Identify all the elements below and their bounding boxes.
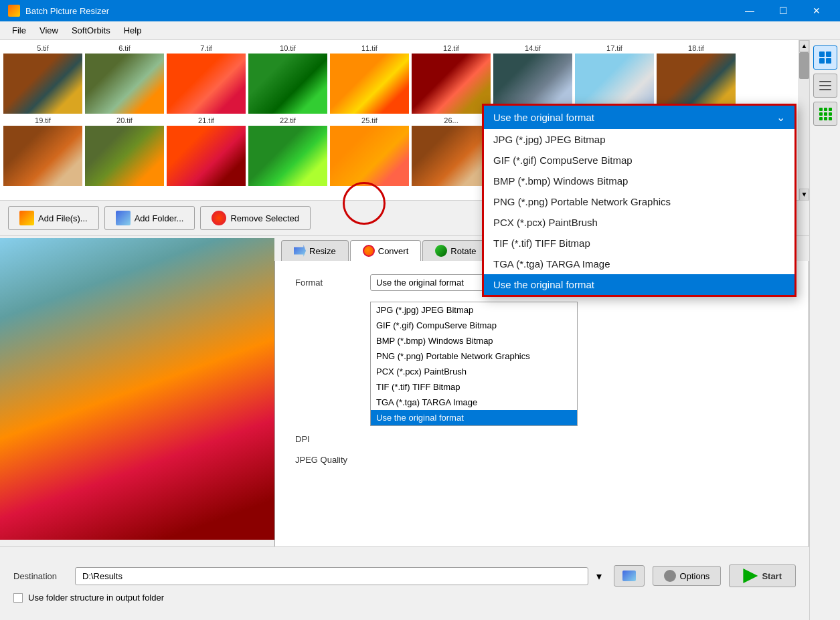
sidebar-thumbnail-view[interactable] [813, 45, 837, 70]
thumb-21tif[interactable]: 21.tif [166, 115, 246, 186]
thumb-20tif[interactable]: 20.tif [84, 115, 165, 186]
sidebar-list-view[interactable] [813, 74, 837, 98]
tab-rotate-label: Rotate [450, 246, 476, 256]
large-dropdown-item-original[interactable]: Use the original format [484, 274, 794, 295]
app-title: Batch Picture Resizer [25, 6, 109, 16]
jpeg-quality-field-row: JPEG Quality [295, 455, 788, 465]
start-button[interactable]: Start [729, 564, 796, 587]
svg-rect-7 [819, 108, 823, 111]
tab-resize-label: Resize [309, 246, 336, 256]
title-bar-left: Batch Picture Resizer [8, 5, 109, 17]
thumb-22tif[interactable]: 22.tif [248, 115, 328, 186]
scroll-up-arrow[interactable]: ▲ [799, 40, 809, 52]
thumb-25tif[interactable]: 25.tif [329, 115, 410, 186]
folder-structure-row: Use folder structure in output folder [13, 593, 796, 603]
svg-rect-8 [824, 108, 827, 111]
dropdown-item-gif[interactable]: GIF (*.gif) CompuServe Bitmap [371, 318, 577, 333]
options-button[interactable]: Options [653, 566, 722, 586]
add-folder-label: Add Folder... [135, 213, 184, 223]
thumb-26tif[interactable]: 26... [411, 115, 491, 186]
destination-label: Destination [13, 571, 67, 581]
dropdown-item-jpg[interactable]: JPG (*.jpg) JPEG Bitmap [371, 302, 577, 318]
folder-structure-checkbox[interactable] [13, 593, 23, 603]
format-dropdown-list: JPG (*.jpg) JPEG Bitmap GIF (*.gif) Comp… [370, 302, 578, 426]
svg-rect-5 [819, 85, 831, 86]
large-dropdown-selected: Use the original format [493, 112, 594, 123]
large-dropdown-item-bmp[interactable]: BMP (*.bmp) Windows Bitmap [484, 171, 794, 191]
dropdown-item-png[interactable]: PNG (*.png) Portable Network Graphics [371, 348, 577, 364]
tab-resize[interactable]: Resize [281, 240, 349, 261]
svg-rect-9 [829, 108, 832, 111]
menu-softorbits[interactable]: SoftOrbits [65, 24, 117, 37]
add-folder-icon [116, 211, 131, 225]
destination-input[interactable] [75, 567, 588, 585]
format-selected-value: Use the original format [376, 278, 464, 288]
dropdown-item-pcx[interactable]: PCX (*.pcx) PaintBrush [371, 364, 577, 379]
thumb-7tif[interactable]: 7.tif [166, 43, 246, 114]
menu-bar: File View SoftOrbits Help [0, 21, 840, 40]
folder-icon [622, 571, 636, 581]
sidebar-grid-view[interactable] [813, 102, 837, 126]
folder-structure-label: Use folder structure in output folder [28, 593, 164, 603]
thumb-5tif[interactable]: 5.tif [3, 43, 83, 114]
list-icon [819, 79, 832, 92]
scroll-down-arrow[interactable]: ▼ [799, 189, 809, 201]
thumb-12tif[interactable]: 12.tif [411, 43, 491, 114]
browse-folder-button[interactable] [614, 565, 645, 587]
large-dropdown-items: JPG (*.jpg) JPEG Bitmap GIF (*.gif) Comp… [484, 129, 794, 295]
tab-rotate[interactable]: Rotate [422, 240, 489, 261]
svg-rect-0 [819, 51, 825, 57]
dpi-label: DPI [295, 434, 362, 444]
large-dropdown-item-gif[interactable]: GIF (*.gif) CompuServe Bitmap [484, 150, 794, 171]
large-dropdown-item-jpg[interactable]: JPG (*.jpg) JPEG Bitmap [484, 129, 794, 150]
add-folder-button[interactable]: Add Folder... [104, 206, 195, 230]
thumb-11tif[interactable]: 11.tif [329, 43, 410, 114]
dropdown-item-bmp[interactable]: BMP (*.bmp) Windows Bitmap [371, 333, 577, 348]
large-format-dropdown: Use the original format ⌄ JPG (*.jpg) JP… [482, 104, 796, 297]
large-dropdown-item-png[interactable]: PNG (*.png) Portable Network Graphics [484, 191, 794, 212]
maximize-button[interactable]: ☐ [768, 0, 799, 21]
tab-convert-label: Convert [378, 246, 409, 256]
dropdown-item-tif[interactable]: TIF (*.tif) TIFF Bitmap [371, 379, 577, 395]
large-dropdown-item-tga[interactable]: TGA (*.tga) TARGA Image [484, 253, 794, 274]
menu-view[interactable]: View [33, 24, 65, 37]
tab-convert[interactable]: Convert [350, 240, 422, 261]
menu-help[interactable]: Help [117, 24, 149, 37]
add-files-label: Add File(s)... [38, 213, 88, 223]
start-icon [743, 569, 758, 583]
menu-file[interactable]: File [5, 24, 33, 37]
thumb-10tif[interactable]: 10.tif [248, 43, 328, 114]
minimize-button[interactable]: — [734, 0, 765, 21]
add-files-icon [19, 211, 34, 225]
dropdown-item-original[interactable]: Use the original format [371, 410, 577, 425]
svg-rect-2 [819, 58, 825, 64]
svg-rect-15 [829, 117, 832, 120]
large-dropdown-item-tif[interactable]: TIF (*.tif) TIFF Bitmap [484, 233, 794, 253]
bottom-bar: Destination ▾ Options Start Use folder s… [0, 546, 809, 620]
rotate-icon [435, 245, 447, 257]
grid-icon [819, 107, 832, 120]
svg-rect-14 [824, 117, 827, 120]
thumb-6tif[interactable]: 6.tif [84, 43, 165, 114]
options-label: Options [680, 571, 710, 581]
svg-rect-1 [826, 51, 831, 57]
svg-rect-12 [829, 112, 832, 116]
large-dropdown-header[interactable]: Use the original format ⌄ [484, 106, 794, 129]
add-files-button[interactable]: Add File(s)... [8, 206, 99, 230]
svg-rect-3 [826, 58, 831, 64]
remove-selected-label: Remove Selected [230, 213, 299, 223]
vertical-scrollbar[interactable]: ▲ ▼ [799, 40, 809, 201]
large-dropdown-item-pcx[interactable]: PCX (*.pcx) PaintBrush [484, 212, 794, 233]
remove-selected-button[interactable]: Remove Selected [200, 206, 311, 230]
right-sidebar [809, 40, 840, 620]
dropdown-item-tga[interactable]: TGA (*.tga) TARGA Image [371, 395, 577, 410]
large-dropdown-chevron-icon: ⌄ [776, 111, 785, 124]
dest-dropdown-arrow[interactable]: ▾ [596, 570, 606, 583]
close-button[interactable]: ✕ [801, 0, 832, 21]
svg-rect-13 [819, 117, 823, 120]
dpi-field-row: DPI [295, 434, 788, 444]
gear-icon [664, 570, 676, 582]
title-bar: Batch Picture Resizer — ☐ ✕ [0, 0, 840, 21]
scroll-thumb[interactable] [799, 52, 809, 79]
thumb-19tif[interactable]: 19.tif [3, 115, 83, 186]
